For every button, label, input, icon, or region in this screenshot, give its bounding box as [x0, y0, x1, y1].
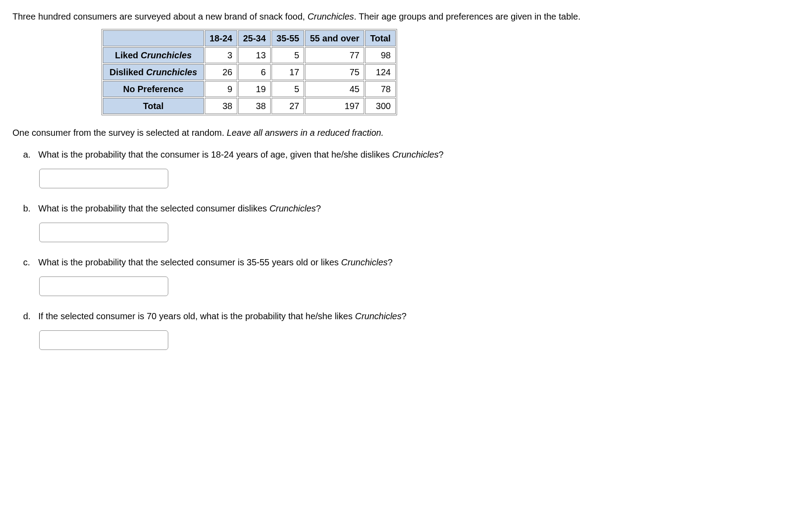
table-row: No Preference 9 19 5 45 78	[103, 81, 396, 97]
col-header: 55 and over	[305, 30, 364, 46]
question-a-text: a. What is the probability that the cons…	[23, 150, 800, 160]
question-d-text: d. If the selected consumer is 70 years …	[23, 311, 800, 321]
question-brand: Crunchicles	[269, 203, 316, 213]
answer-input-c[interactable]	[39, 276, 168, 296]
question-b: b. What is the probability that the sele…	[23, 203, 800, 242]
question-post: ?	[402, 311, 406, 321]
table-cell: 26	[205, 64, 237, 80]
question-label: c.	[23, 257, 34, 268]
table-row: Liked Crunchicles 3 13 5 77 98	[103, 47, 396, 63]
table-cell: 13	[238, 47, 271, 63]
col-header: 18-24	[205, 30, 237, 46]
table-cell: 17	[272, 64, 304, 80]
table-cell: 27	[272, 98, 304, 114]
col-header: 35-55	[272, 30, 304, 46]
question-brand: Crunchicles	[341, 257, 387, 267]
row-header-pre: Liked	[115, 50, 141, 60]
table-cell: 197	[305, 98, 364, 114]
row-header-post: No Preference	[123, 84, 184, 94]
table-cell: 124	[365, 64, 395, 80]
question-brand: Crunchicles	[392, 150, 438, 159]
table-cell: 78	[365, 81, 395, 97]
survey-table: 18-24 25-34 35-55 55 and over Total Like…	[102, 29, 397, 115]
table-cell: 6	[238, 64, 271, 80]
intro-brand: Crunchicles	[308, 12, 354, 21]
table-row-total: Total 38 38 27 197 300	[103, 98, 396, 114]
row-header: Liked Crunchicles	[103, 47, 204, 63]
question-post: ?	[438, 150, 443, 159]
col-header: Total	[365, 30, 395, 46]
table-cell: 38	[205, 98, 237, 114]
table-cell: 300	[365, 98, 395, 114]
question-post: ?	[388, 257, 393, 267]
table-container: 18-24 25-34 35-55 55 and over Total Like…	[102, 29, 800, 115]
question-a: a. What is the probability that the cons…	[23, 150, 800, 188]
intro-after-brand: . Their age groups and preferences are g…	[354, 12, 581, 21]
intro-before-brand: Three hundred consumers are surveyed abo…	[12, 12, 308, 21]
question-body: What is the probability that the selecte…	[38, 203, 321, 214]
questions-list: a. What is the probability that the cons…	[23, 150, 800, 350]
question-c-text: c. What is the probability that the sele…	[23, 257, 800, 268]
question-b-text: b. What is the probability that the sele…	[23, 203, 800, 214]
instruction-text: One consumer from the survey is selected…	[12, 128, 800, 138]
table-cell: 5	[272, 81, 304, 97]
table-cell: 98	[365, 47, 395, 63]
table-cell: 75	[305, 64, 364, 80]
row-header: No Preference	[103, 81, 204, 97]
table-cell: 45	[305, 81, 364, 97]
row-header-post: Total	[143, 101, 163, 111]
answer-input-d[interactable]	[39, 330, 168, 350]
question-label: b.	[23, 203, 34, 214]
table-cell: 5	[272, 47, 304, 63]
table-cell: 77	[305, 47, 364, 63]
table-corner-cell	[103, 30, 204, 46]
question-pre: What is the probability that the consume…	[38, 150, 392, 159]
question-pre: What is the probability that the selecte…	[38, 257, 341, 267]
col-header: 25-34	[238, 30, 271, 46]
row-header-pre: Disliked	[110, 67, 146, 77]
question-c: c. What is the probability that the sele…	[23, 257, 800, 296]
table-cell: 19	[238, 81, 271, 97]
row-header: Total	[103, 98, 204, 114]
instruction-italic: Leave all answers in a reduced fraction.	[227, 128, 383, 138]
row-header: Disliked Crunchicles	[103, 64, 204, 80]
answer-input-a[interactable]	[39, 169, 168, 188]
table-cell: 3	[205, 47, 237, 63]
question-body: What is the probability that the consume…	[38, 150, 443, 160]
question-body: If the selected consumer is 70 years old…	[38, 311, 406, 321]
answer-input-b[interactable]	[39, 223, 168, 242]
table-cell: 9	[205, 81, 237, 97]
question-body: What is the probability that the selecte…	[38, 257, 393, 268]
instruction-plain: One consumer from the survey is selected…	[12, 128, 227, 138]
question-label: d.	[23, 311, 34, 321]
intro-text: Three hundred consumers are surveyed abo…	[12, 11, 800, 23]
row-header-brand: Crunchicles	[141, 50, 191, 60]
table-cell: 38	[238, 98, 271, 114]
row-header-brand: Crunchicles	[146, 67, 197, 77]
question-post: ?	[316, 203, 321, 213]
question-pre: What is the probability that the selecte…	[38, 203, 269, 213]
table-header-row: 18-24 25-34 35-55 55 and over Total	[103, 30, 396, 46]
question-brand: Crunchicles	[355, 311, 401, 321]
question-d: d. If the selected consumer is 70 years …	[23, 311, 800, 350]
question-pre: If the selected consumer is 70 years old…	[38, 311, 355, 321]
question-label: a.	[23, 150, 34, 160]
table-row: Disliked Crunchicles 26 6 17 75 124	[103, 64, 396, 80]
